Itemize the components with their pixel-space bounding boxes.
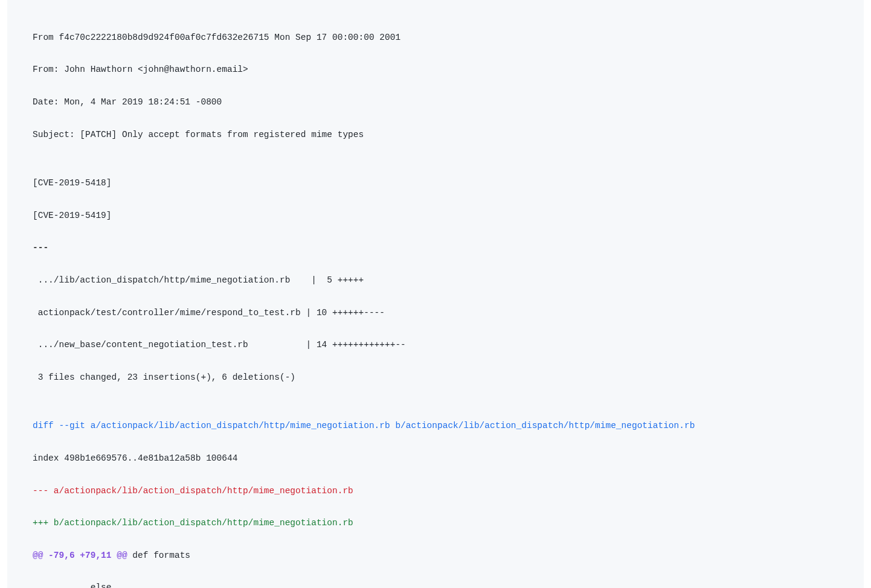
diffstat-summary: 3 files changed, 23 insertions(+), 6 del…	[7, 369, 864, 386]
patch-header-line: Subject: [PATCH] Only accept formats fro…	[7, 127, 864, 143]
hunk-range: @@ -79,6 +79,11 @@	[33, 551, 127, 560]
file-a-line: --- a/actionpack/lib/action_dispatch/htt…	[7, 483, 864, 499]
patch-cve-line: [CVE-2019-5419]	[7, 208, 864, 224]
file-b-line: +++ b/actionpack/lib/action_dispatch/htt…	[7, 515, 864, 531]
patch-header-line: Date: Mon, 4 Mar 2019 18:24:51 -0800	[7, 94, 864, 110]
patch-cve-line: [CVE-2019-5418]	[7, 175, 864, 191]
patch-diff-block: From f4c70c2222180b8d9d924f00af0c7fd632e…	[7, 0, 864, 588]
patch-separator: ---	[7, 240, 864, 256]
diff-command-line: diff --git a/actionpack/lib/action_dispa…	[7, 418, 864, 434]
patch-header-line: From f4c70c2222180b8d9d924f00af0c7fd632e…	[7, 30, 864, 46]
diffstat-line: .../lib/action_dispatch/http/mime_negoti…	[7, 272, 864, 289]
diff-context-line: else	[7, 580, 864, 588]
diffstat-line: actionpack/test/controller/mime/respond_…	[7, 305, 864, 321]
hunk-context: def formats	[127, 551, 190, 560]
patch-header-line: From: John Hawthorn <john@hawthorn.email…	[7, 62, 864, 78]
hunk-header-line: @@ -79,6 +79,11 @@ def formats	[7, 548, 864, 564]
diffstat-line: .../new_base/content_negotiation_test.rb…	[7, 337, 864, 353]
index-line: index 498b1e669576..4e81ba12a58b 100644	[7, 450, 864, 467]
